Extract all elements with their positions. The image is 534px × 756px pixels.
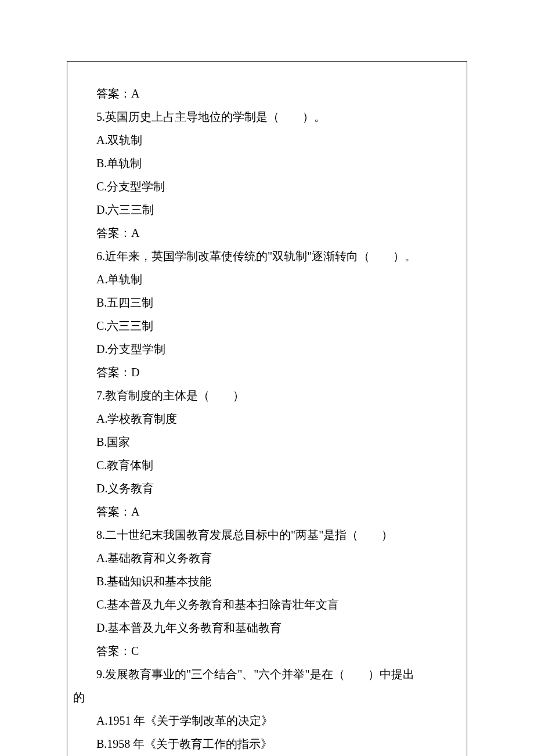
answer-line: 答案：A	[73, 82, 461, 105]
option-B: B.基础知识和基本技能	[73, 570, 461, 593]
option-A: A.单轨制	[73, 268, 461, 291]
question-7: 7.教育制度的主体是（ ）	[73, 384, 461, 407]
document-page: 答案：A 5.英国历史上占主导地位的学制是（ ）。 A.双轨制 B.单轨制 C.…	[0, 0, 534, 756]
question-6: 6.近年来，英国学制改革使传统的"双轨制"逐渐转向（ ）。	[73, 244, 461, 268]
option-D: D.分支型学制	[73, 337, 461, 361]
question-9-cont: 的	[73, 686, 461, 709]
option-A: A.学校教育制度	[73, 407, 461, 430]
option-C: C.教育体制	[73, 453, 461, 477]
option-B: B.单轨制	[73, 152, 461, 175]
question-8: 8.二十世纪末我国教育发展总目标中的"两基"是指（ ）	[73, 523, 461, 546]
option-C: C.分支型学制	[73, 175, 461, 198]
option-D: D.义务教育	[73, 477, 461, 500]
option-D: D.基本普及九年义务教育和基础教育	[73, 616, 461, 639]
answer-line: 答案：A	[73, 500, 461, 523]
content-frame: 答案：A 5.英国历史上占主导地位的学制是（ ）。 A.双轨制 B.单轨制 C.…	[67, 61, 467, 756]
answer-line: 答案：D	[73, 361, 461, 384]
option-D: D.六三三制	[73, 198, 461, 221]
option-A: A.1951 年《关于学制改革的决定》	[73, 709, 461, 732]
answer-line: 答案：A	[73, 221, 461, 244]
option-B: B.五四三制	[73, 291, 461, 314]
option-A: A.基础教育和义务教育	[73, 546, 461, 570]
question-5: 5.英国历史上占主导地位的学制是（ ）。	[73, 105, 461, 128]
option-B: B.1958 年《关于教育工作的指示》	[73, 732, 461, 755]
answer-line: 答案：C	[73, 639, 461, 663]
option-C: C.六三三制	[73, 314, 461, 337]
question-9: 9.发展教育事业的"三个结合"、"六个并举"是在（ ）中提出	[73, 663, 461, 686]
option-B: B.国家	[73, 430, 461, 453]
option-C: C.基本普及九年义务教育和基本扫除青壮年文盲	[73, 593, 461, 616]
option-A: A.双轨制	[73, 128, 461, 152]
